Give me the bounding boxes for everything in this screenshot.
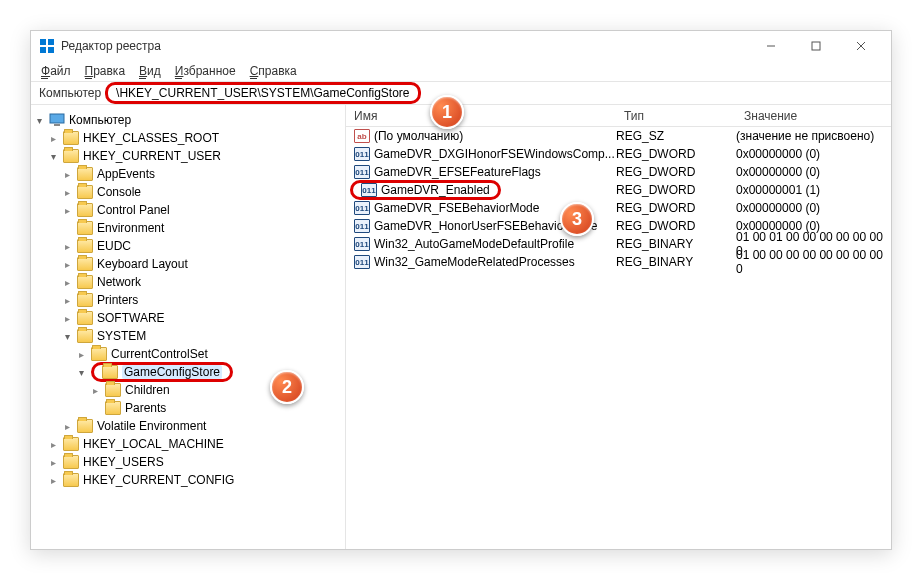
folder-icon (77, 221, 93, 235)
col-type[interactable]: Тип (616, 109, 736, 123)
binary-value-icon: 011 (354, 255, 370, 269)
value-data: 0x00000001 (1) (736, 183, 891, 197)
menu-file[interactable]: Файл (41, 64, 71, 78)
tree-item[interactable]: Environment (31, 219, 345, 237)
list-item[interactable]: 011Win32_GameModeRelatedProcessesREG_BIN… (346, 253, 891, 271)
tree-root[interactable]: Компьютер (31, 111, 345, 129)
list-item[interactable]: 011GameDVR_EnabledREG_DWORD0x00000001 (1… (346, 181, 891, 199)
menu-edit[interactable]: Правка (85, 64, 126, 78)
address-path[interactable]: \HKEY_CURRENT_USER\SYSTEM\GameConfigStor… (105, 82, 420, 104)
value-name: GameDVR_FSEBehaviorMode (374, 201, 539, 215)
value-name: Win32_GameModeRelatedProcesses (374, 255, 575, 269)
chevron-right-icon[interactable] (65, 275, 77, 289)
tree-item[interactable]: Parents (31, 399, 345, 417)
chevron-right-icon[interactable] (65, 419, 77, 433)
chevron-right-icon[interactable] (65, 185, 77, 199)
value-type: REG_DWORD (616, 201, 736, 215)
chevron-right-icon[interactable] (51, 437, 63, 451)
callout-3: 3 (560, 202, 594, 236)
tree-item[interactable]: Printers (31, 291, 345, 309)
tree-item[interactable]: HKEY_CURRENT_USER (31, 147, 345, 165)
menu-help[interactable]: Справка (250, 64, 297, 78)
chevron-down-icon[interactable] (37, 113, 49, 127)
titlebar[interactable]: Редактор реестра (31, 31, 891, 61)
chevron-right-icon[interactable] (65, 311, 77, 325)
menu-favorites[interactable]: Избранное (175, 64, 236, 78)
list-item[interactable]: ab(По умолчанию)REG_SZ(значение не присв… (346, 127, 891, 145)
folder-icon (77, 185, 93, 199)
tree-item[interactable]: HKEY_LOCAL_MACHINE (31, 435, 345, 453)
window-title: Редактор реестра (61, 39, 748, 53)
value-type: REG_BINARY (616, 237, 736, 251)
binary-value-icon: 011 (354, 201, 370, 215)
folder-icon (77, 419, 93, 433)
binary-value-icon: 011 (354, 147, 370, 161)
chevron-right-icon[interactable] (65, 203, 77, 217)
chevron-right-icon[interactable] (65, 239, 77, 253)
binary-value-icon: 011 (354, 219, 370, 233)
chevron-right-icon[interactable] (51, 473, 63, 487)
binary-value-icon: 011 (361, 183, 377, 197)
folder-icon (77, 329, 93, 343)
value-data: (значение не присвоено) (736, 129, 891, 143)
value-data: 0x00000000 (0) (736, 201, 891, 215)
chevron-down-icon[interactable] (79, 365, 91, 379)
folder-icon (91, 347, 107, 361)
tree-pane[interactable]: Компьютер HKEY_CLASSES_ROOT HKEY_CURRENT… (31, 105, 346, 549)
binary-value-icon: 011 (354, 165, 370, 179)
chevron-right-icon[interactable] (65, 257, 77, 271)
folder-icon (77, 167, 93, 181)
col-value[interactable]: Значение (736, 109, 891, 123)
close-button[interactable] (838, 31, 883, 61)
tree-item[interactable]: HKEY_USERS (31, 453, 345, 471)
folder-icon (105, 401, 121, 415)
svg-rect-1 (812, 42, 820, 50)
chevron-down-icon[interactable] (65, 329, 77, 343)
chevron-down-icon[interactable] (51, 149, 63, 163)
chevron-right-icon[interactable] (51, 131, 63, 145)
folder-icon (102, 365, 118, 379)
address-label: Компьютер (39, 86, 101, 100)
tree-item[interactable]: CurrentControlSet (31, 345, 345, 363)
list-item[interactable]: 011GameDVR_FSEBehaviorModeREG_DWORD0x000… (346, 199, 891, 217)
tree-item[interactable]: HKEY_CURRENT_CONFIG (31, 471, 345, 489)
tree-item[interactable]: SYSTEM (31, 327, 345, 345)
list-item[interactable]: 011GameDVR_EFSEFeatureFlagsREG_DWORD0x00… (346, 163, 891, 181)
col-name[interactable]: Имя (346, 109, 616, 123)
tree-item[interactable]: Keyboard Layout (31, 255, 345, 273)
maximize-button[interactable] (793, 31, 838, 61)
folder-icon (63, 131, 79, 145)
chevron-right-icon[interactable] (65, 293, 77, 307)
folder-icon (77, 203, 93, 217)
tree-item[interactable]: HKEY_CLASSES_ROOT (31, 129, 345, 147)
chevron-right-icon[interactable] (93, 383, 105, 397)
tree-item[interactable]: Volatile Environment (31, 417, 345, 435)
value-name: GameDVR_EFSEFeatureFlags (374, 165, 541, 179)
folder-icon (105, 383, 121, 397)
computer-icon (49, 113, 65, 127)
values-pane[interactable]: Имя Тип Значение ab(По умолчанию)REG_SZ(… (346, 105, 891, 549)
tree-item[interactable]: SOFTWARE (31, 309, 345, 327)
folder-icon (63, 149, 79, 163)
callout-2: 2 (270, 370, 304, 404)
svg-rect-4 (50, 114, 64, 123)
value-data: 0x00000000 (0) (736, 165, 891, 179)
tree-item[interactable]: Control Panel (31, 201, 345, 219)
value-type: REG_BINARY (616, 255, 736, 269)
tree-item[interactable]: AppEvents (31, 165, 345, 183)
value-type: REG_DWORD (616, 219, 736, 233)
tree-item[interactable]: Console (31, 183, 345, 201)
tree-item[interactable]: Network (31, 273, 345, 291)
tree-item[interactable]: EUDC (31, 237, 345, 255)
list-header[interactable]: Имя Тип Значение (346, 105, 891, 127)
list-item[interactable]: 011GameDVR_DXGIHonorFSEWindowsComp...REG… (346, 145, 891, 163)
menu-view[interactable]: Вид (139, 64, 161, 78)
chevron-right-icon[interactable] (65, 167, 77, 181)
folder-icon (77, 239, 93, 253)
value-type: REG_DWORD (616, 165, 736, 179)
chevron-right-icon[interactable] (79, 347, 91, 361)
value-name: (По умолчанию) (374, 129, 463, 143)
folder-icon (63, 455, 79, 469)
minimize-button[interactable] (748, 31, 793, 61)
chevron-right-icon[interactable] (51, 455, 63, 469)
